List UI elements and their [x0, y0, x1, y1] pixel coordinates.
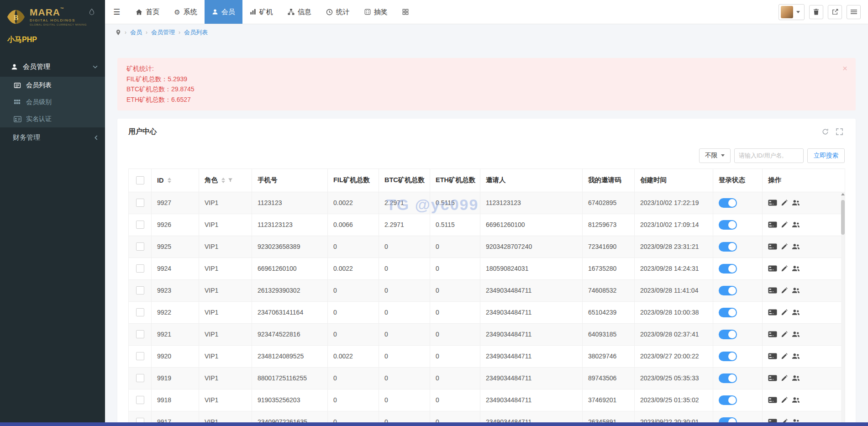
fullscreen-icon[interactable]: [836, 128, 843, 135]
card-button[interactable]: [768, 287, 777, 294]
card-button[interactable]: [768, 309, 777, 316]
row-checkbox[interactable]: [136, 374, 144, 382]
list-button[interactable]: [847, 5, 861, 19]
team-members-button[interactable]: [792, 243, 800, 250]
edit-pencil-button[interactable]: [781, 265, 788, 272]
card-button[interactable]: [768, 375, 777, 381]
nav-system[interactable]: ⚙系统: [167, 0, 204, 24]
trash-button[interactable]: [809, 5, 823, 19]
card-button[interactable]: [768, 397, 777, 403]
user-avatar-dropdown[interactable]: [779, 4, 805, 20]
row-checkbox[interactable]: [136, 286, 144, 295]
team-members-button[interactable]: [792, 331, 800, 337]
sidebar-group-finance-management[interactable]: 财务管理: [0, 127, 105, 147]
team-members-button[interactable]: [792, 397, 800, 403]
row-checkbox[interactable]: [136, 396, 144, 404]
table-row: 9921 VIP1 923474522816 0 0 0 23490344847…: [129, 323, 845, 345]
cell-login-status: [713, 258, 763, 279]
row-checkbox[interactable]: [136, 264, 144, 273]
login-status-toggle[interactable]: [719, 264, 737, 273]
scrollbar-thumb[interactable]: [841, 200, 845, 235]
team-members-button[interactable]: [792, 309, 800, 316]
cell-login-status: [713, 323, 763, 345]
cell-role: VIP1: [199, 367, 252, 389]
edit-button[interactable]: [828, 5, 842, 19]
sidebar-item-real-name-auth[interactable]: 实名认证: [0, 110, 105, 127]
select-all-checkbox[interactable]: [136, 176, 144, 184]
sort-icon[interactable]: [168, 178, 171, 183]
edit-pencil-button[interactable]: [781, 397, 788, 403]
card-button[interactable]: [768, 353, 777, 359]
login-status-toggle[interactable]: [719, 198, 737, 208]
breadcrumb-member-management[interactable]: 会员管理: [151, 28, 175, 37]
sidebar-toggle-button[interactable]: ☰: [105, 0, 128, 24]
cell-actions: [763, 389, 845, 411]
edit-pencil-button[interactable]: [781, 243, 788, 250]
scroll-up-arrow[interactable]: [841, 193, 845, 195]
row-checkbox[interactable]: [136, 308, 144, 316]
search-input[interactable]: [734, 148, 804, 163]
edit-pencil-button[interactable]: [781, 331, 788, 337]
role-filter-dropdown[interactable]: 不限: [699, 148, 731, 163]
breadcrumb-member[interactable]: 会员: [130, 28, 142, 37]
team-members-button[interactable]: [792, 375, 800, 381]
card-button[interactable]: [768, 200, 777, 206]
cell-role: VIP1: [199, 345, 252, 367]
nav-statistics[interactable]: 统计: [319, 0, 357, 24]
team-members-button[interactable]: [792, 221, 800, 228]
login-status-toggle[interactable]: [719, 373, 737, 383]
login-status-toggle[interactable]: [719, 352, 737, 361]
cell-actions: [763, 345, 845, 367]
card-button[interactable]: [768, 331, 777, 337]
sidebar-group-member-management[interactable]: 会员管理: [0, 57, 105, 77]
chevron-left-icon: [95, 135, 98, 140]
login-status-toggle[interactable]: [719, 242, 737, 252]
cell-fil-total: 0: [328, 279, 379, 301]
login-status-toggle[interactable]: [719, 308, 737, 317]
breadcrumb-member-list[interactable]: 会员列表: [184, 28, 208, 37]
nav-mining-machine[interactable]: 矿机: [242, 0, 280, 24]
apps-grid-button[interactable]: [395, 0, 416, 24]
card-button[interactable]: [768, 221, 777, 228]
nav-home[interactable]: 首页: [128, 0, 167, 24]
cell-checkbox: [129, 214, 152, 236]
edit-pencil-button[interactable]: [781, 287, 788, 294]
refresh-icon[interactable]: [822, 128, 829, 135]
team-members-button[interactable]: [792, 265, 800, 272]
row-checkbox[interactable]: [136, 199, 144, 207]
login-status-toggle[interactable]: [719, 286, 737, 295]
cell-fil-total: 0: [328, 323, 379, 345]
team-members-button[interactable]: [792, 200, 800, 206]
edit-pencil-button[interactable]: [781, 353, 788, 359]
login-status-toggle[interactable]: [719, 330, 737, 339]
row-checkbox[interactable]: [136, 221, 144, 229]
login-status-toggle[interactable]: [719, 395, 737, 405]
cell-fil-total: 0: [328, 236, 379, 258]
table-scrollbar[interactable]: [841, 192, 845, 426]
row-checkbox[interactable]: [136, 330, 144, 338]
nav-member[interactable]: 会员: [205, 0, 242, 24]
edit-pencil-button[interactable]: [781, 221, 788, 228]
sidebar-item-member-list[interactable]: 会员列表: [0, 77, 105, 94]
card-button[interactable]: [768, 243, 777, 250]
team-members-button[interactable]: [792, 287, 800, 294]
cell-login-status: [713, 367, 763, 389]
edit-pencil-button[interactable]: [781, 375, 788, 381]
sort-icon[interactable]: [221, 178, 225, 183]
nav-information[interactable]: 信息: [280, 0, 319, 24]
sidebar-item-member-level[interactable]: 会员级别: [0, 94, 105, 110]
edit-pencil-button[interactable]: [781, 200, 788, 206]
filter-funnel-icon[interactable]: [228, 178, 233, 183]
row-checkbox[interactable]: [136, 352, 144, 360]
col-id[interactable]: ID: [152, 168, 199, 192]
login-status-toggle[interactable]: [719, 220, 737, 230]
nav-lottery[interactable]: 抽奖: [357, 0, 395, 24]
edit-pencil-button[interactable]: [781, 309, 788, 316]
search-button[interactable]: 立即搜索: [807, 148, 845, 163]
close-icon[interactable]: ×: [842, 62, 847, 76]
cell-actions: [763, 367, 845, 389]
row-checkbox[interactable]: [136, 242, 144, 251]
team-members-button[interactable]: [792, 353, 800, 359]
card-button[interactable]: [768, 265, 777, 272]
col-role[interactable]: 角色: [199, 168, 252, 192]
